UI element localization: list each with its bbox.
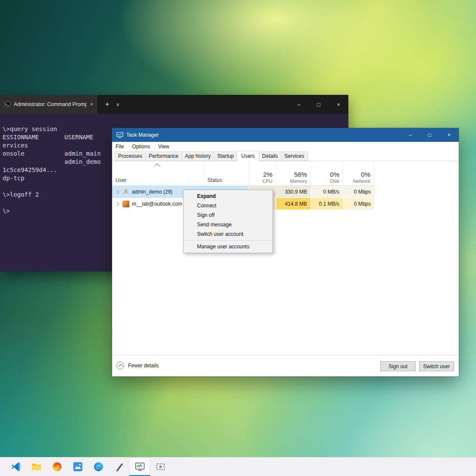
window-title: Task Manager	[126, 132, 159, 138]
terminal-maximize-button[interactable]: □	[309, 95, 329, 114]
column-label-user: User	[116, 177, 126, 183]
task-manager-icon	[116, 132, 123, 138]
desktop: Administrator: Command Prompt × + ∨ – □ …	[0, 0, 476, 476]
cpu-total: 2%	[263, 171, 272, 178]
task-manager-window: Task Manager – □ × File Options View Pro…	[112, 128, 459, 376]
column-header-memory[interactable]: 58% Memory	[276, 161, 310, 185]
terminal-close-button[interactable]: ×	[329, 95, 348, 114]
network-cell: 0 Mbps	[343, 186, 374, 198]
tab-processes[interactable]: Processes	[115, 151, 146, 161]
firefox-icon	[52, 461, 63, 472]
memory-total: 58%	[294, 171, 307, 178]
user-silhouette-icon	[122, 188, 129, 195]
taskbar-firefox-button[interactable]	[47, 457, 67, 476]
memory-cell: 414.8 MB	[276, 198, 310, 210]
tab-details[interactable]: Details	[259, 151, 282, 161]
edge-icon	[93, 461, 104, 472]
chevron-right-icon[interactable]	[115, 190, 119, 194]
vscode-icon	[10, 461, 21, 472]
users-table: User Status 2% CPU 58% Memory 0% Disk	[112, 161, 459, 355]
taskbar-edge-button[interactable]	[88, 457, 109, 476]
disk-cell: 0 MB/s	[310, 186, 343, 198]
tab-users[interactable]: Users	[237, 151, 259, 161]
context-menu-item-switch-user-account[interactable]: Switch user account	[184, 229, 272, 239]
user-name: admin_demo (29)	[132, 189, 172, 195]
terminal-tab-title: Administrator: Command Prompt	[14, 101, 87, 107]
context-menu-item-sign-off[interactable]: Sign off	[184, 210, 272, 220]
sort-ascending-icon	[154, 163, 160, 169]
tab-close-icon[interactable]: ×	[90, 101, 93, 107]
close-button[interactable]: ×	[439, 128, 459, 142]
terminal-minimize-button[interactable]: –	[289, 95, 309, 114]
network-total: 0%	[361, 171, 370, 178]
context-menu: Expand Connect Sign off Send message Swi…	[183, 190, 273, 253]
context-menu-item-manage-user-accounts[interactable]: Manage user accounts	[184, 242, 272, 251]
disk-cell: 0.1 MB/s	[310, 198, 343, 210]
chevron-right-icon[interactable]	[115, 202, 119, 206]
memory-label: Memory	[290, 178, 307, 184]
menu-view[interactable]: View	[158, 144, 169, 150]
tab-startup[interactable]: Startup	[214, 151, 238, 161]
terminal-titlebar[interactable]: Administrator: Command Prompt × + ∨ – □ …	[0, 95, 348, 114]
tab-dropdown-icon[interactable]: ∨	[116, 102, 119, 107]
snip-tool-icon	[155, 461, 166, 472]
taskbar-snip-button[interactable]	[150, 457, 171, 476]
tab-strip: Processes Performance App history Startu…	[112, 151, 459, 161]
column-header-disk[interactable]: 0% Disk	[310, 161, 343, 185]
task-manager-window-controls: – □ ×	[401, 128, 459, 142]
table-header: User Status 2% CPU 58% Memory 0% Disk	[112, 161, 374, 186]
chevron-up-circle-icon	[116, 362, 124, 370]
disk-total: 0%	[330, 171, 339, 178]
taskbar-vscode-button[interactable]	[5, 457, 26, 476]
menu-separator	[185, 240, 272, 241]
taskbar-task-manager-button[interactable]	[129, 457, 150, 476]
taskbar-file-explorer-button[interactable]	[26, 457, 47, 476]
task-manager-icon	[135, 461, 145, 472]
file-explorer-icon	[31, 461, 42, 472]
new-tab-button[interactable]: +	[105, 100, 109, 108]
column-header-network[interactable]: 0% Network	[343, 161, 374, 185]
context-menu-item-send-message[interactable]: Send message	[184, 220, 272, 229]
pen-icon	[114, 461, 125, 472]
taskbar-photos-button[interactable]	[67, 457, 88, 476]
cpu-label: CPU	[263, 178, 272, 184]
maximize-button[interactable]: □	[420, 128, 439, 142]
tab-app-history[interactable]: App history	[182, 151, 214, 161]
column-header-user[interactable]: User	[112, 161, 204, 185]
cmd-icon	[4, 101, 10, 107]
column-label-status: Status	[207, 177, 222, 183]
tab-performance[interactable]: Performance	[145, 151, 182, 161]
network-label: Network	[353, 178, 370, 184]
column-header-cpu[interactable]: 2% CPU	[248, 161, 276, 185]
task-manager-footer: Fewer details Sign out Switch user	[112, 355, 459, 376]
column-header-status[interactable]: Status	[204, 161, 248, 185]
avatar	[122, 200, 129, 207]
menu-file[interactable]: File	[116, 144, 124, 150]
network-cell: 0 Mbps	[343, 198, 374, 210]
context-menu-item-expand[interactable]: Expand	[184, 191, 272, 201]
switch-user-button[interactable]: Switch user	[419, 361, 454, 371]
taskbar-pen-button[interactable]	[109, 457, 129, 476]
task-manager-titlebar[interactable]: Task Manager – □ ×	[112, 128, 459, 142]
fewer-details-toggle[interactable]: Fewer details	[116, 362, 159, 370]
sign-out-button[interactable]: Sign out	[380, 361, 416, 371]
minimize-button[interactable]: –	[401, 128, 420, 142]
photos-icon	[72, 461, 83, 472]
user-name: m__lab@outlook.com	[132, 201, 182, 207]
tab-services[interactable]: Services	[281, 151, 308, 161]
memory-cell: 330.9 MB	[276, 186, 310, 198]
taskbar	[0, 457, 476, 476]
terminal-tab[interactable]: Administrator: Command Prompt ×	[0, 95, 97, 114]
menu-bar: File Options View	[112, 142, 459, 151]
terminal-window-controls: – □ ×	[289, 95, 348, 114]
fewer-details-label: Fewer details	[128, 363, 159, 369]
menu-options[interactable]: Options	[132, 144, 150, 150]
context-menu-item-connect[interactable]: Connect	[184, 201, 272, 210]
disk-label: Disk	[330, 178, 339, 184]
